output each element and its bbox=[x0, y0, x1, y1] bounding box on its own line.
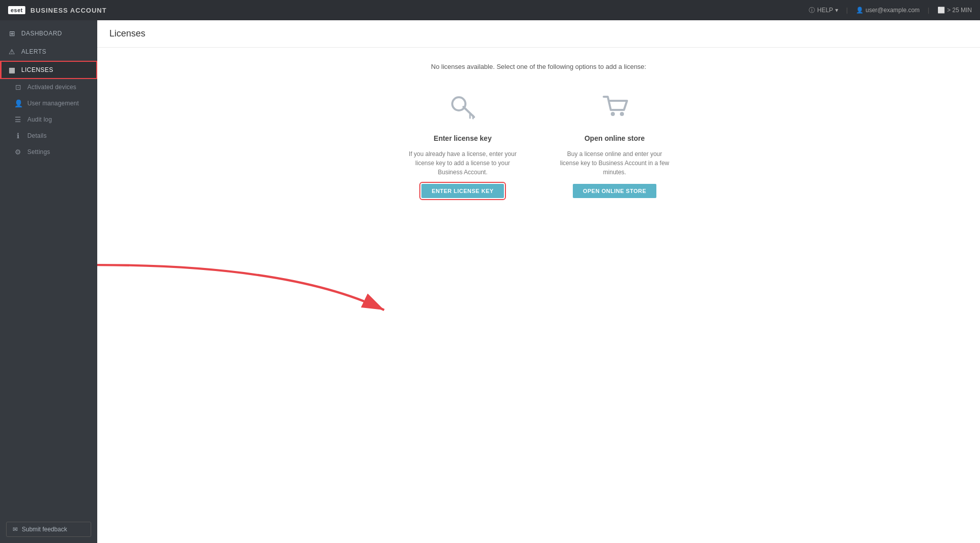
content-header: Licenses bbox=[97, 20, 980, 48]
sidebar-item-settings[interactable]: ⚙ Settings bbox=[0, 144, 97, 160]
sidebar-label-audit-log: Audit log bbox=[27, 116, 52, 123]
no-licenses-text: No licenses available. Select one of the… bbox=[117, 63, 960, 70]
content-area: Licenses No licenses available. Select o… bbox=[97, 20, 980, 543]
enter-license-desc: If you already have a license, enter you… bbox=[407, 149, 519, 177]
help-label: HELP bbox=[817, 7, 833, 14]
svg-point-0 bbox=[452, 97, 465, 110]
user-management-icon: 👤 bbox=[14, 99, 22, 107]
svg-point-4 bbox=[611, 112, 615, 116]
topbar-left: eset BUSINESS ACCOUNT bbox=[8, 6, 107, 14]
sidebar-label-settings: Settings bbox=[27, 148, 50, 156]
sidebar-item-alerts[interactable]: ⚠ ALERTS bbox=[0, 43, 97, 61]
activated-devices-icon: ⊡ bbox=[14, 83, 22, 91]
open-store-title: Open online store bbox=[584, 134, 645, 142]
session-info[interactable]: ⬜ > 25 MIN bbox=[937, 7, 972, 14]
open-store-desc: Buy a license online and enter your lice… bbox=[559, 149, 671, 177]
sidebar-label-alerts: ALERTS bbox=[21, 48, 46, 55]
settings-icon: ⚙ bbox=[14, 148, 22, 156]
sidebar-label-licenses: LICENSES bbox=[21, 66, 53, 73]
svg-point-5 bbox=[620, 112, 624, 116]
topbar-divider2: | bbox=[928, 7, 929, 14]
enter-license-key-button[interactable]: ENTER LICENSE KEY bbox=[421, 184, 503, 198]
user-icon: 👤 bbox=[856, 7, 864, 14]
submit-feedback-button[interactable]: ✉ Submit feedback bbox=[6, 522, 91, 537]
sidebar-item-dashboard[interactable]: ⊞ DASHBOARD bbox=[0, 24, 97, 43]
eset-logo: eset bbox=[8, 6, 25, 14]
topbar-right: ⓘ HELP ▾ | 👤 user@example.com | ⬜ > 25 M… bbox=[809, 6, 972, 15]
feedback-label: Submit feedback bbox=[22, 526, 67, 533]
help-menu[interactable]: ⓘ HELP ▾ bbox=[809, 6, 838, 15]
dashboard-icon: ⊞ bbox=[8, 29, 16, 37]
sidebar-label-details: Details bbox=[27, 132, 47, 139]
license-option-enter-key: Enter license key If you already have a … bbox=[407, 91, 519, 198]
session-label: > 25 MIN bbox=[947, 7, 972, 14]
topbar-title: BUSINESS ACCOUNT bbox=[30, 7, 107, 14]
feedback-icon: ✉ bbox=[13, 526, 18, 533]
sidebar-item-details[interactable]: ℹ Details bbox=[0, 128, 97, 144]
open-online-store-button[interactable]: OPEN ONLINE STORE bbox=[573, 184, 656, 198]
sidebar-item-user-management[interactable]: 👤 User management bbox=[0, 95, 97, 111]
alerts-icon: ⚠ bbox=[8, 48, 16, 56]
main-layout: ⊞ DASHBOARD ⚠ ALERTS ▦ LICENSES ⊡ Activa… bbox=[0, 20, 980, 543]
license-option-open-store: Open online store Buy a license online a… bbox=[559, 91, 671, 198]
content-body: No licenses available. Select one of the… bbox=[97, 48, 980, 543]
topbar: eset BUSINESS ACCOUNT ⓘ HELP ▾ | 👤 user@… bbox=[0, 0, 980, 20]
license-options: Enter license key If you already have a … bbox=[117, 91, 960, 198]
topbar-divider: | bbox=[846, 7, 848, 14]
cart-icon bbox=[600, 91, 630, 127]
sidebar-item-licenses[interactable]: ▦ LICENSES bbox=[0, 61, 97, 79]
audit-log-icon: ☰ bbox=[14, 115, 22, 124]
sidebar-item-audit-log[interactable]: ☰ Audit log bbox=[0, 111, 97, 128]
licenses-icon: ▦ bbox=[8, 66, 16, 74]
sidebar-bottom: ✉ Submit feedback bbox=[0, 516, 97, 543]
sidebar-label-activated-devices: Activated devices bbox=[27, 84, 76, 91]
help-chevron-icon: ▾ bbox=[835, 7, 838, 14]
enter-license-title: Enter license key bbox=[434, 134, 491, 142]
sidebar-label-dashboard: DASHBOARD bbox=[21, 30, 62, 37]
details-icon: ℹ bbox=[14, 132, 22, 140]
key-icon bbox=[448, 91, 478, 127]
user-menu[interactable]: 👤 user@example.com bbox=[856, 7, 920, 14]
user-name: user@example.com bbox=[866, 7, 920, 14]
sidebar-label-user-management: User management bbox=[27, 100, 79, 107]
sidebar-item-activated-devices[interactable]: ⊡ Activated devices bbox=[0, 79, 97, 95]
page-title: Licenses bbox=[109, 28, 968, 39]
help-icon: ⓘ bbox=[809, 6, 815, 15]
session-icon: ⬜ bbox=[937, 7, 945, 14]
sidebar: ⊞ DASHBOARD ⚠ ALERTS ▦ LICENSES ⊡ Activa… bbox=[0, 20, 97, 543]
